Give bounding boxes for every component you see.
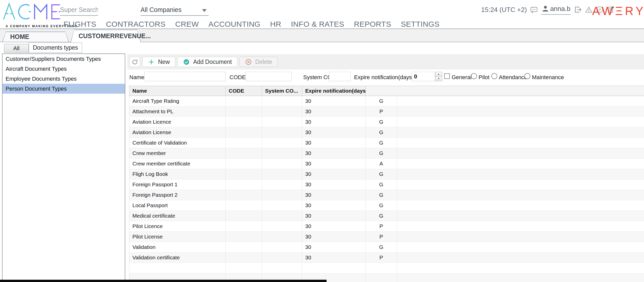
cell-syscode <box>262 179 302 190</box>
table-row[interactable]: Fligh Log Book30G <box>129 169 644 179</box>
table-row[interactable]: Foreign Passport 130G <box>129 179 644 190</box>
table-row[interactable]: Foreign Passport 230G <box>129 190 644 200</box>
add-document-label: Add Document <box>193 59 232 65</box>
column-header-code[interactable]: CODE <box>226 86 262 96</box>
warning-icon[interactable] <box>585 6 593 13</box>
cell-name: Aircraft Type Rating <box>129 96 226 106</box>
nav-item-crew[interactable]: CREW <box>175 20 199 29</box>
table-row[interactable]: Certificate of Validation30G <box>129 138 644 148</box>
cell-name: Pilot License <box>129 232 226 242</box>
cell-syscode <box>262 106 302 117</box>
cell-syscode <box>262 159 302 169</box>
cell-name: Pilot Licence <box>129 221 226 231</box>
cell-expire: 30 <box>302 148 366 158</box>
cell-code <box>226 179 262 190</box>
table-row[interactable]: Medical certificate30G <box>129 211 644 221</box>
refresh-button[interactable] <box>129 57 140 67</box>
table-row[interactable]: Aviation License30G <box>129 127 644 138</box>
cell-expire: 30 <box>302 159 366 169</box>
nav-item-hr[interactable]: HR <box>270 20 281 29</box>
subtab-all-label: All <box>13 45 19 52</box>
document-types-list: Customer/Suppliers Documents Types Aircr… <box>2 53 125 282</box>
list-item-aircraft[interactable]: Aircraft Document Types <box>3 64 125 74</box>
cell-fill <box>397 96 644 106</box>
table-row[interactable]: Validation30G <box>129 242 644 252</box>
maintenance-radio[interactable] <box>524 73 530 79</box>
column-header-expire[interactable]: Expire notification(days) <box>302 86 366 96</box>
table-row[interactable] <box>129 263 644 273</box>
pilot-radio[interactable] <box>471 73 477 79</box>
cell-fill <box>397 106 644 117</box>
cell-fill <box>397 273 644 282</box>
cell-syscode <box>262 117 302 127</box>
subtab-documents-types[interactable]: Documents types <box>29 43 82 53</box>
table-row[interactable]: Aviation Licence30G <box>129 117 644 127</box>
clock: 15:24 (UTC +2) <box>481 6 527 14</box>
subtab-all[interactable]: All <box>4 44 29 53</box>
cell-syscode <box>262 242 302 252</box>
column-header-system-code[interactable]: System CO... <box>262 86 302 96</box>
main-panel: New Add Document Delete Name: CODE: Syst… <box>127 54 644 282</box>
nav-item-info-rates[interactable]: INFO & RATES <box>291 20 344 29</box>
list-item-employee[interactable]: Employee Documents Types <box>3 74 125 84</box>
table-row[interactable]: Local Passport30G <box>129 200 644 211</box>
cell-code <box>226 200 262 210</box>
expire-notification-input[interactable] <box>412 72 435 81</box>
code-label: CODE: <box>229 74 247 81</box>
cell-expire: 30 <box>302 252 366 263</box>
tab-customerrevenue[interactable]: CUSTOMERREVENUE... <box>70 30 141 43</box>
table-row[interactable]: Crew member certificate30A <box>129 159 644 169</box>
cell-fill <box>397 179 644 190</box>
cell-code <box>226 242 262 252</box>
super-search-input[interactable] <box>60 4 98 16</box>
logout-icon[interactable] <box>574 6 582 13</box>
table-row[interactable]: Pilot Licence30P <box>129 221 644 232</box>
nav-item-flights[interactable]: FLIGHTS <box>64 20 96 29</box>
cell-flag: G <box>366 179 397 190</box>
user-menu[interactable]: anna.b <box>541 5 571 15</box>
cell-fill <box>397 169 644 179</box>
cell-fill <box>397 127 644 137</box>
table-row[interactable]: Pilot License30P <box>129 232 644 242</box>
nav-item-reports[interactable]: REPORTS <box>354 20 391 29</box>
stepper-down-button[interactable]: ▼ <box>435 76 442 81</box>
cell-code <box>226 252 262 263</box>
column-header-name[interactable]: Name <box>129 86 226 96</box>
system-code-input[interactable] <box>329 72 350 81</box>
subtab-row: All Documents types <box>0 42 644 54</box>
cell-fill <box>397 190 644 200</box>
attendance-radio[interactable] <box>491 73 497 79</box>
chat-icon[interactable] <box>530 6 538 13</box>
list-item-person[interactable]: Person Document Types <box>3 84 125 94</box>
table-row[interactable]: Aircraft Type Rating30G <box>129 96 644 106</box>
cell-expire: 30 <box>302 96 366 106</box>
cell-flag <box>366 263 397 273</box>
new-button[interactable]: New <box>142 57 175 67</box>
name-label: Name: <box>129 74 146 81</box>
cell-name: Validation certificate <box>129 252 226 263</box>
name-input[interactable] <box>144 72 226 81</box>
cell-expire: 30 <box>302 106 366 117</box>
delete-button[interactable]: Delete <box>239 57 278 67</box>
new-button-label: New <box>158 59 170 65</box>
code-input[interactable] <box>246 72 292 81</box>
nav-item-settings[interactable]: SETTINGS <box>401 20 439 29</box>
add-document-button[interactable]: Add Document <box>177 57 237 67</box>
cell-name <box>129 263 226 273</box>
chevron-down-icon <box>202 9 207 12</box>
cell-flag: G <box>366 242 397 252</box>
tab-home[interactable]: HOME <box>2 32 69 42</box>
table-row[interactable]: Crew member30G <box>129 148 644 159</box>
table-row[interactable]: Validation certificate30P <box>129 252 644 263</box>
general-checkbox-label: General <box>452 74 471 81</box>
nav-item-accounting[interactable]: ACCOUNTING <box>208 20 260 29</box>
nav-item-contractors[interactable]: CONTRACTORS <box>106 20 165 29</box>
cell-expire: 30 <box>302 200 366 210</box>
stepper-up-button[interactable]: ▲ <box>435 72 442 76</box>
general-checkbox[interactable] <box>444 73 450 79</box>
company-selector[interactable]: All Companies <box>141 4 209 16</box>
cell-name: Attachment to PL <box>129 106 226 117</box>
table-row[interactable]: Attachment to PL30P <box>129 106 644 117</box>
list-item-customer-suppliers[interactable]: Customer/Suppliers Documents Types <box>3 54 125 64</box>
cell-expire: 30 <box>302 242 366 252</box>
